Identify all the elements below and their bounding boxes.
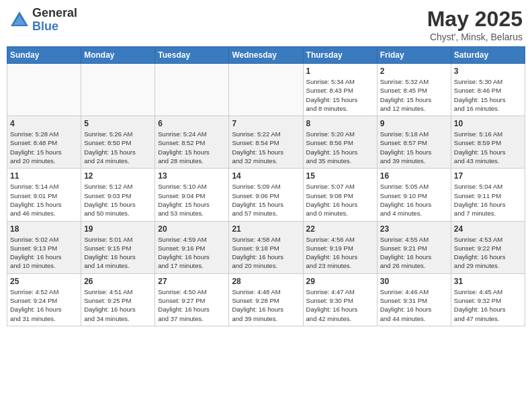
calendar-day-cell: 7Sunrise: 5:22 AM Sunset: 8:54 PM Daylig…: [229, 116, 303, 169]
day-info: Sunrise: 4:52 AM Sunset: 9:24 PM Dayligh…: [10, 287, 78, 323]
calendar-day-cell: 11Sunrise: 5:14 AM Sunset: 9:01 PM Dayli…: [7, 169, 81, 221]
day-number: 14: [232, 171, 300, 181]
calendar-day-cell: 5Sunrise: 5:26 AM Sunset: 8:50 PM Daylig…: [81, 116, 155, 169]
day-number: 17: [454, 171, 522, 181]
day-number: 24: [454, 224, 522, 234]
calendar-day-cell: 21Sunrise: 4:58 AM Sunset: 9:18 PM Dayli…: [229, 221, 303, 273]
day-number: 23: [380, 224, 448, 234]
day-info: Sunrise: 5:12 AM Sunset: 9:03 PM Dayligh…: [84, 182, 152, 218]
weekday-header-sunday: Sunday: [7, 47, 81, 64]
calendar-day-cell: 17Sunrise: 5:04 AM Sunset: 9:11 PM Dayli…: [451, 169, 525, 221]
day-number: 4: [10, 119, 78, 128]
day-info: Sunrise: 5:09 AM Sunset: 9:06 PM Dayligh…: [232, 182, 300, 218]
day-info: Sunrise: 5:02 AM Sunset: 9:13 PM Dayligh…: [10, 235, 78, 271]
day-info: Sunrise: 4:53 AM Sunset: 9:22 PM Dayligh…: [454, 235, 522, 271]
weekday-header-saturday: Saturday: [451, 47, 525, 64]
calendar-day-cell: 1Sunrise: 5:34 AM Sunset: 8:43 PM Daylig…: [303, 64, 377, 116]
weekday-header-tuesday: Tuesday: [155, 47, 229, 64]
calendar-day-cell: 8Sunrise: 5:20 AM Sunset: 8:56 PM Daylig…: [303, 116, 377, 169]
day-info: Sunrise: 4:56 AM Sunset: 9:19 PM Dayligh…: [306, 235, 374, 271]
day-number: 22: [306, 224, 374, 234]
day-info: Sunrise: 5:22 AM Sunset: 8:54 PM Dayligh…: [232, 130, 300, 165]
day-info: Sunrise: 5:30 AM Sunset: 8:46 PM Dayligh…: [454, 77, 522, 113]
day-info: Sunrise: 5:18 AM Sunset: 8:57 PM Dayligh…: [380, 130, 448, 165]
day-number: 3: [454, 66, 522, 76]
day-number: 9: [380, 119, 448, 128]
calendar-day-cell: 31Sunrise: 4:45 AM Sunset: 9:32 PM Dayli…: [451, 273, 525, 326]
calendar-week-row: 25Sunrise: 4:52 AM Sunset: 9:24 PM Dayli…: [7, 273, 525, 326]
day-number: 15: [306, 171, 374, 181]
calendar-day-cell: 28Sunrise: 4:48 AM Sunset: 9:28 PM Dayli…: [229, 273, 303, 326]
day-info: Sunrise: 4:48 AM Sunset: 9:28 PM Dayligh…: [232, 287, 300, 323]
day-info: Sunrise: 4:59 AM Sunset: 9:16 PM Dayligh…: [158, 235, 226, 271]
calendar-day-cell: 23Sunrise: 4:55 AM Sunset: 9:21 PM Dayli…: [377, 221, 451, 273]
calendar-day-cell: 10Sunrise: 5:16 AM Sunset: 8:59 PM Dayli…: [451, 116, 525, 169]
calendar-week-row: 1Sunrise: 5:34 AM Sunset: 8:43 PM Daylig…: [7, 64, 525, 116]
day-number: 31: [454, 277, 522, 286]
day-info: Sunrise: 5:20 AM Sunset: 8:56 PM Dayligh…: [306, 130, 374, 165]
day-number: 1: [306, 66, 374, 76]
calendar-day-cell: 25Sunrise: 4:52 AM Sunset: 9:24 PM Dayli…: [7, 273, 81, 326]
day-info: Sunrise: 5:01 AM Sunset: 9:15 PM Dayligh…: [84, 235, 152, 271]
calendar-title: May 2025: [427, 7, 523, 32]
day-info: Sunrise: 4:47 AM Sunset: 9:30 PM Dayligh…: [306, 287, 374, 323]
day-info: Sunrise: 5:05 AM Sunset: 9:10 PM Dayligh…: [380, 182, 448, 218]
day-info: Sunrise: 4:55 AM Sunset: 9:21 PM Dayligh…: [380, 235, 448, 271]
title-block: May 2025 Chyst', Minsk, Belarus: [427, 7, 523, 42]
day-number: 19: [84, 224, 152, 234]
calendar-day-cell: [7, 64, 81, 116]
page-header: General Blue May 2025 Chyst', Minsk, Bel…: [7, 7, 525, 42]
calendar-day-cell: 4Sunrise: 5:28 AM Sunset: 8:48 PM Daylig…: [7, 116, 81, 169]
day-info: Sunrise: 5:28 AM Sunset: 8:48 PM Dayligh…: [10, 130, 78, 165]
day-number: 20: [158, 224, 226, 234]
day-number: 29: [306, 277, 374, 286]
day-number: 11: [10, 171, 78, 181]
day-number: 6: [158, 119, 226, 128]
calendar-day-cell: [81, 64, 155, 116]
day-info: Sunrise: 5:26 AM Sunset: 8:50 PM Dayligh…: [84, 130, 152, 165]
weekday-header-friday: Friday: [377, 47, 451, 64]
day-number: 7: [232, 119, 300, 128]
calendar-day-cell: 6Sunrise: 5:24 AM Sunset: 8:52 PM Daylig…: [155, 116, 229, 169]
calendar-table: SundayMondayTuesdayWednesdayThursdayFrid…: [7, 46, 525, 326]
day-number: 12: [84, 171, 152, 181]
logo-blue-text: Blue: [32, 20, 77, 34]
weekday-header-row: SundayMondayTuesdayWednesdayThursdayFrid…: [7, 47, 525, 64]
day-number: 5: [84, 119, 152, 128]
calendar-day-cell: 3Sunrise: 5:30 AM Sunset: 8:46 PM Daylig…: [451, 64, 525, 116]
day-info: Sunrise: 5:34 AM Sunset: 8:43 PM Dayligh…: [306, 77, 374, 113]
day-number: 18: [10, 224, 78, 234]
calendar-day-cell: 2Sunrise: 5:32 AM Sunset: 8:45 PM Daylig…: [377, 64, 451, 116]
calendar-day-cell: 15Sunrise: 5:07 AM Sunset: 9:08 PM Dayli…: [303, 169, 377, 221]
day-info: Sunrise: 5:14 AM Sunset: 9:01 PM Dayligh…: [10, 182, 78, 218]
day-info: Sunrise: 4:58 AM Sunset: 9:18 PM Dayligh…: [232, 235, 300, 271]
day-info: Sunrise: 5:32 AM Sunset: 8:45 PM Dayligh…: [380, 77, 448, 113]
calendar-day-cell: 22Sunrise: 4:56 AM Sunset: 9:19 PM Dayli…: [303, 221, 377, 273]
day-number: 10: [454, 119, 522, 128]
calendar-day-cell: 29Sunrise: 4:47 AM Sunset: 9:30 PM Dayli…: [303, 273, 377, 326]
calendar-day-cell: 30Sunrise: 4:46 AM Sunset: 9:31 PM Dayli…: [377, 273, 451, 326]
calendar-day-cell: [155, 64, 229, 116]
calendar-day-cell: 12Sunrise: 5:12 AM Sunset: 9:03 PM Dayli…: [81, 169, 155, 221]
day-number: 16: [380, 171, 448, 181]
day-info: Sunrise: 5:10 AM Sunset: 9:04 PM Dayligh…: [158, 182, 226, 218]
day-number: 27: [158, 277, 226, 286]
logo-icon: [9, 10, 30, 30]
day-info: Sunrise: 5:04 AM Sunset: 9:11 PM Dayligh…: [454, 182, 522, 218]
calendar-day-cell: 16Sunrise: 5:05 AM Sunset: 9:10 PM Dayli…: [377, 169, 451, 221]
calendar-week-row: 11Sunrise: 5:14 AM Sunset: 9:01 PM Dayli…: [7, 169, 525, 221]
day-number: 2: [380, 66, 448, 76]
calendar-day-cell: [229, 64, 303, 116]
calendar-day-cell: 26Sunrise: 4:51 AM Sunset: 9:25 PM Dayli…: [81, 273, 155, 326]
day-info: Sunrise: 4:51 AM Sunset: 9:25 PM Dayligh…: [84, 287, 152, 323]
calendar-week-row: 18Sunrise: 5:02 AM Sunset: 9:13 PM Dayli…: [7, 221, 525, 273]
day-number: 26: [84, 277, 152, 286]
calendar-day-cell: 27Sunrise: 4:50 AM Sunset: 9:27 PM Dayli…: [155, 273, 229, 326]
logo-text: General Blue: [32, 7, 77, 34]
day-info: Sunrise: 5:07 AM Sunset: 9:08 PM Dayligh…: [306, 182, 374, 218]
calendar-day-cell: 14Sunrise: 5:09 AM Sunset: 9:06 PM Dayli…: [229, 169, 303, 221]
day-number: 21: [232, 224, 300, 234]
calendar-day-cell: 9Sunrise: 5:18 AM Sunset: 8:57 PM Daylig…: [377, 116, 451, 169]
day-info: Sunrise: 4:45 AM Sunset: 9:32 PM Dayligh…: [454, 287, 522, 323]
day-number: 13: [158, 171, 226, 181]
